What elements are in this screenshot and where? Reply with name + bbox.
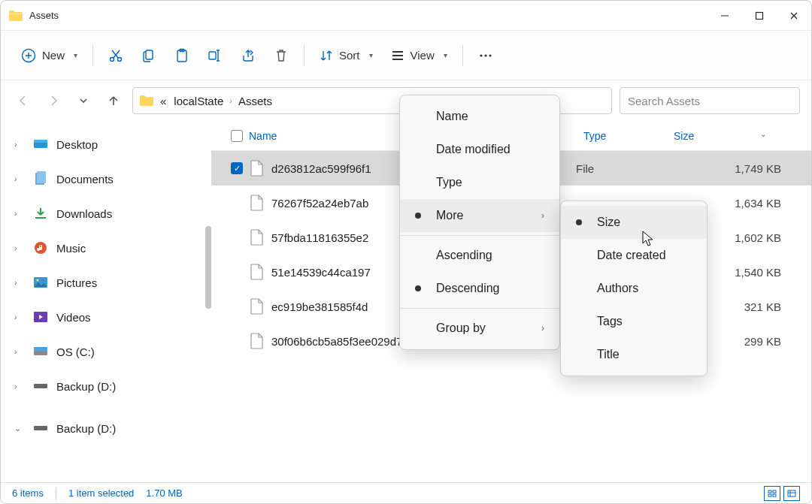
sidebar-item-videos[interactable]: › Videos — [10, 300, 202, 334]
col-type[interactable]: Type — [576, 130, 666, 142]
sidebar-group-backup-d[interactable]: ⌄ Backup (D:) — [10, 411, 202, 445]
sort-indicator-icon: ⌄ — [760, 130, 766, 138]
paste-button[interactable] — [165, 41, 198, 71]
sidebar-item-pictures[interactable]: › Pictures — [10, 265, 202, 300]
breadcrumb-seg[interactable]: Assets — [237, 95, 274, 107]
svg-rect-22 — [34, 426, 47, 430]
file-name: ec919be381585f4d — [271, 300, 368, 313]
details-view-button[interactable] — [783, 486, 800, 501]
rename-button[interactable] — [198, 41, 232, 71]
sidebar-item-label: Pictures — [56, 276, 97, 289]
menu-more[interactable]: More› — [400, 199, 559, 232]
window-title: Assets — [29, 10, 59, 21]
menu-descending[interactable]: Descending — [400, 272, 559, 305]
chevron-down-icon: ⌄ — [14, 424, 25, 433]
file-type: File — [576, 162, 666, 175]
ellipsis-icon — [478, 48, 493, 63]
svg-rect-21 — [34, 384, 47, 388]
menu-separator — [400, 308, 559, 309]
menu-date-created[interactable]: Date created — [561, 239, 707, 272]
svg-rect-7 — [209, 52, 216, 59]
chevron-right-icon: › — [229, 96, 232, 105]
select-all-checkbox[interactable] — [231, 130, 243, 142]
sidebar-item-music[interactable]: › Music — [10, 231, 202, 265]
toolbar: New ▾ Sort ▾ View ▾ — [1, 31, 811, 80]
downloads-icon — [32, 205, 49, 222]
desktop-icon — [32, 136, 49, 152]
trash-icon — [274, 48, 289, 63]
menu-separator — [400, 235, 559, 236]
up-button[interactable] — [102, 89, 125, 112]
row-checkbox[interactable]: ✓ — [231, 162, 243, 174]
sort-context-menu: Name Date modified Type More› Ascending … — [399, 95, 560, 350]
sidebar-item-os-c[interactable]: › OS (C:) — [10, 334, 202, 369]
sidebar-item-downloads[interactable]: › Downloads — [10, 196, 202, 231]
videos-icon — [32, 309, 49, 325]
sort-label: Sort — [339, 49, 360, 62]
sidebar-item-label: Backup (D:) — [56, 380, 116, 393]
forward-button[interactable] — [42, 89, 65, 112]
breadcrumb-ellipsis[interactable]: « — [159, 95, 168, 107]
search-box[interactable]: Search Assets — [620, 87, 800, 114]
menu-date-modified[interactable]: Date modified — [400, 133, 559, 166]
plus-circle-icon — [21, 48, 36, 63]
clipboard-icon — [174, 48, 189, 63]
file-icon — [250, 333, 264, 349]
copy-button[interactable] — [132, 41, 165, 71]
sidebar-scrollbar[interactable] — [205, 226, 211, 309]
svg-rect-4 — [146, 50, 153, 59]
menu-type[interactable]: Type — [400, 166, 559, 199]
menu-group-by[interactable]: Group by› — [400, 312, 559, 345]
menu-tags[interactable]: Tags — [561, 305, 707, 338]
chevron-down-icon: ▾ — [444, 51, 447, 59]
svg-rect-23 — [768, 490, 771, 493]
file-icon — [250, 229, 264, 246]
file-icon — [250, 160, 264, 177]
maximize-button[interactable] — [742, 1, 777, 31]
chevron-right-icon: › — [14, 140, 25, 149]
breadcrumb-seg[interactable]: localState — [172, 95, 225, 107]
view-label: View — [411, 49, 435, 62]
music-icon — [32, 240, 49, 256]
sort-button[interactable]: Sort ▾ — [311, 41, 382, 71]
delete-button[interactable] — [265, 41, 298, 71]
menu-title[interactable]: Title — [561, 338, 707, 371]
documents-icon — [32, 171, 49, 187]
view-button[interactable]: View ▾ — [382, 41, 456, 71]
new-button[interactable]: New ▾ — [12, 41, 86, 71]
sort-icon — [320, 49, 333, 62]
copy-icon — [141, 48, 156, 63]
chevron-down-icon: ▾ — [74, 51, 77, 59]
close-button[interactable] — [777, 1, 811, 31]
sidebar-item-documents[interactable]: › Documents — [10, 161, 202, 196]
more-options-button[interactable] — [469, 41, 502, 71]
bullet-icon — [415, 213, 421, 219]
bullet-icon — [576, 219, 582, 225]
cut-button[interactable] — [99, 41, 132, 71]
recent-button[interactable] — [72, 89, 95, 112]
col-name-label: Name — [249, 130, 277, 142]
svg-rect-14 — [37, 171, 46, 183]
menu-name[interactable]: Name — [400, 100, 559, 133]
pictures-icon — [32, 274, 49, 291]
file-icon — [250, 264, 264, 280]
toolbar-separator — [92, 45, 93, 66]
menu-size[interactable]: Size — [561, 206, 707, 239]
menu-authors[interactable]: Authors — [561, 272, 707, 305]
file-name: 57fbda11816355e2 — [271, 231, 368, 244]
minimize-button[interactable] — [707, 1, 742, 31]
folder-icon — [139, 95, 154, 107]
file-icon — [250, 195, 264, 211]
folder-icon — [8, 10, 23, 22]
svg-rect-25 — [768, 494, 771, 496]
back-button[interactable] — [12, 89, 35, 112]
thumbnails-view-button[interactable] — [764, 486, 780, 501]
share-button[interactable] — [232, 41, 265, 71]
sidebar-item-backup-d[interactable]: › Backup (D:) — [10, 369, 202, 403]
sidebar-item-desktop[interactable]: › Desktop — [10, 127, 202, 161]
titlebar: Assets — [1, 1, 811, 31]
svg-rect-19 — [34, 351, 47, 355]
sidebar-group-label: Backup (D:) — [56, 422, 116, 435]
col-size[interactable]: Size⌄ — [666, 130, 811, 142]
menu-ascending[interactable]: Ascending — [400, 239, 559, 272]
